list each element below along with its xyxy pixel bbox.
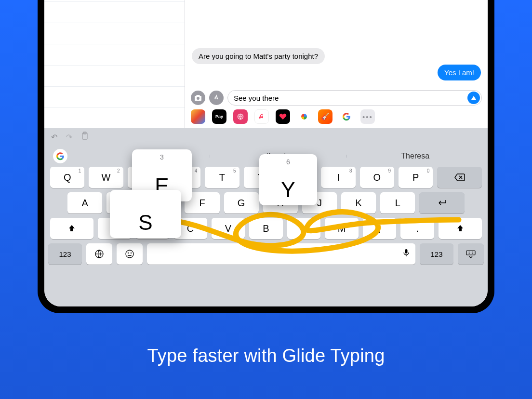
key-b[interactable]: B bbox=[249, 218, 282, 239]
key-q[interactable]: Q1 bbox=[50, 167, 84, 188]
key-t[interactable]: T5 bbox=[205, 167, 239, 188]
memoji-icon[interactable] bbox=[233, 109, 248, 124]
svg-rect-7 bbox=[405, 249, 408, 253]
appstore-icon[interactable] bbox=[209, 91, 224, 105]
imessage-app-strip[interactable]: Pay 🎸 bbox=[185, 107, 488, 126]
enter-key[interactable] bbox=[419, 192, 465, 213]
key-l[interactable]: L bbox=[380, 192, 415, 213]
tablet-frame: Are you going to Matt's party tonight? Y… bbox=[38, 0, 494, 313]
key-i[interactable]: I8 bbox=[321, 167, 355, 188]
key-popup-s: S bbox=[110, 190, 181, 238]
globe-key[interactable] bbox=[86, 243, 112, 265]
key-comma[interactable]: , bbox=[363, 218, 396, 239]
numbers-key-right[interactable]: 123 bbox=[420, 243, 453, 265]
keyboard: ↶ ↷ there's Theresa Q1W2E3R4T5Y6U7I8O9P0… bbox=[44, 128, 488, 306]
key-k[interactable]: K bbox=[341, 192, 376, 213]
svg-point-4 bbox=[126, 250, 133, 258]
send-button[interactable] bbox=[467, 92, 480, 104]
key-m[interactable]: M bbox=[325, 218, 358, 239]
keyboard-toolbar: ↶ ↷ bbox=[48, 128, 484, 146]
message-outgoing: Yes I am! bbox=[438, 65, 481, 80]
redo-icon[interactable]: ↷ bbox=[66, 133, 72, 142]
key-n[interactable]: N bbox=[287, 218, 320, 239]
numbers-key-left[interactable]: 123 bbox=[48, 243, 82, 265]
key-period[interactable]: . bbox=[400, 218, 434, 239]
hide-keyboard-key[interactable] bbox=[458, 243, 484, 265]
apple-pay-icon[interactable]: Pay bbox=[212, 109, 226, 124]
svg-point-5 bbox=[128, 253, 129, 253]
garageband-icon[interactable]: 🎸 bbox=[318, 109, 332, 124]
more-apps-icon[interactable]: ••• bbox=[360, 109, 375, 124]
tablet-screen: Are you going to Matt's party tonight? Y… bbox=[44, 0, 488, 306]
message-input[interactable]: See you there bbox=[227, 90, 482, 106]
suggestion-3[interactable]: Theresa bbox=[346, 152, 484, 160]
digital-touch-icon[interactable] bbox=[276, 109, 290, 124]
conversation-list bbox=[44, 0, 185, 128]
key-g[interactable]: G bbox=[224, 192, 259, 213]
message-incoming: Are you going to Matt's party tonight? bbox=[192, 48, 325, 64]
svg-point-6 bbox=[131, 253, 132, 253]
key-v[interactable]: V bbox=[212, 218, 245, 239]
shift-key-right[interactable] bbox=[439, 218, 482, 239]
compose-row: See you there bbox=[185, 89, 488, 107]
camera-icon[interactable] bbox=[191, 91, 205, 105]
spacebar[interactable] bbox=[147, 243, 415, 265]
shift-key-left[interactable] bbox=[50, 218, 93, 239]
backspace-key[interactable] bbox=[437, 167, 482, 188]
clipboard-icon[interactable] bbox=[81, 132, 89, 142]
photos-app-icon[interactable] bbox=[191, 109, 205, 124]
google-photos-icon[interactable] bbox=[297, 109, 311, 124]
key-p[interactable]: P0 bbox=[399, 167, 433, 188]
music-icon[interactable] bbox=[254, 109, 269, 124]
google-app-icon[interactable] bbox=[339, 109, 354, 124]
emoji-key[interactable] bbox=[117, 243, 143, 265]
key-popup-y: 6Y bbox=[259, 154, 317, 205]
undo-icon[interactable]: ↶ bbox=[51, 133, 57, 142]
chat-pane: Are you going to Matt's party tonight? Y… bbox=[185, 0, 488, 128]
key-w[interactable]: W2 bbox=[89, 167, 123, 188]
message-input-text: See you there bbox=[234, 94, 279, 102]
key-a[interactable]: A bbox=[67, 192, 102, 213]
promo-tagline: Type faster with Glide Typing bbox=[0, 346, 532, 366]
google-search-icon[interactable] bbox=[53, 149, 67, 163]
key-o[interactable]: O9 bbox=[360, 167, 394, 188]
messages-app: Are you going to Matt's party tonight? Y… bbox=[44, 0, 488, 128]
svg-rect-8 bbox=[466, 251, 475, 255]
mic-icon[interactable] bbox=[403, 249, 410, 259]
